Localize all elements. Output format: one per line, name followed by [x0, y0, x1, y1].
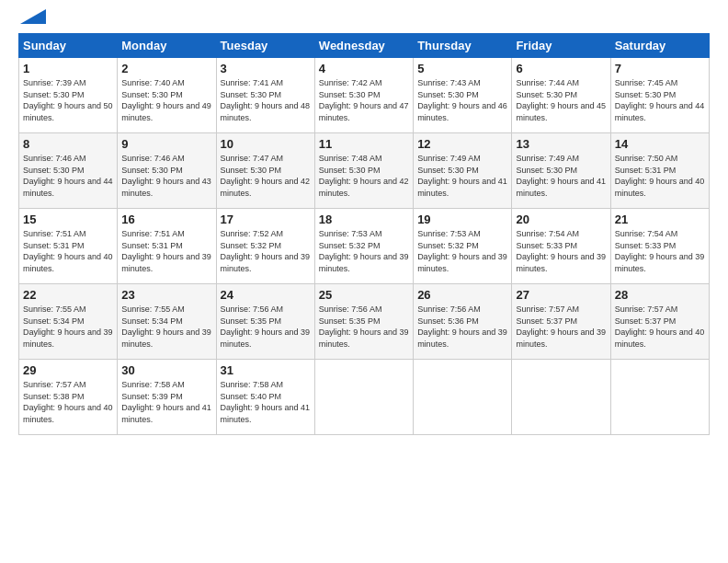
day-info: Sunrise: 7:40 AMSunset: 5:30 PMDaylight:… — [121, 77, 211, 123]
day-info: Sunrise: 7:42 AMSunset: 5:30 PMDaylight:… — [319, 77, 409, 123]
day-info: Sunrise: 7:46 AMSunset: 5:30 PMDaylight:… — [121, 153, 211, 199]
day-info: Sunrise: 7:44 AMSunset: 5:30 PMDaylight:… — [516, 77, 606, 123]
calendar-cell: 7Sunrise: 7:45 AMSunset: 5:30 PMDaylight… — [610, 58, 709, 133]
calendar-cell: 4Sunrise: 7:42 AMSunset: 5:30 PMDaylight… — [314, 58, 413, 133]
calendar-week-row: 29Sunrise: 7:57 AMSunset: 5:38 PMDayligh… — [19, 360, 710, 435]
day-number: 12 — [417, 137, 507, 151]
day-number: 16 — [121, 213, 211, 226]
header — [18, 17, 710, 24]
day-number: 10 — [221, 137, 311, 151]
day-info: Sunrise: 7:46 AMSunset: 5:30 PMDaylight:… — [23, 153, 113, 199]
logo — [18, 17, 46, 24]
day-info: Sunrise: 7:51 AMSunset: 5:31 PMDaylight:… — [121, 228, 211, 274]
calendar-cell — [414, 360, 512, 435]
day-number: 27 — [516, 288, 606, 302]
day-number: 18 — [319, 213, 409, 226]
day-info: Sunrise: 7:41 AMSunset: 5:30 PMDaylight:… — [221, 77, 311, 123]
calendar-cell: 17Sunrise: 7:52 AMSunset: 5:32 PMDayligh… — [216, 209, 314, 284]
calendar-week-row: 15Sunrise: 7:51 AMSunset: 5:31 PMDayligh… — [19, 209, 710, 284]
day-info: Sunrise: 7:50 AMSunset: 5:31 PMDaylight:… — [615, 153, 705, 199]
day-info: Sunrise: 7:53 AMSunset: 5:32 PMDaylight:… — [417, 228, 507, 274]
calendar-cell: 12Sunrise: 7:49 AMSunset: 5:30 PMDayligh… — [414, 133, 512, 209]
calendar-cell: 3Sunrise: 7:41 AMSunset: 5:30 PMDaylight… — [216, 58, 314, 133]
day-info: Sunrise: 7:45 AMSunset: 5:30 PMDaylight:… — [615, 77, 705, 123]
day-number: 14 — [615, 137, 705, 151]
calendar-body: 1Sunrise: 7:39 AMSunset: 5:30 PMDaylight… — [19, 58, 710, 435]
day-info: Sunrise: 7:54 AMSunset: 5:33 PMDaylight:… — [516, 228, 606, 274]
day-info: Sunrise: 7:56 AMSunset: 5:35 PMDaylight:… — [319, 304, 409, 350]
day-number: 7 — [615, 62, 705, 75]
day-info: Sunrise: 7:56 AMSunset: 5:36 PMDaylight:… — [417, 304, 507, 350]
calendar-cell: 15Sunrise: 7:51 AMSunset: 5:31 PMDayligh… — [19, 209, 118, 284]
calendar-cell: 18Sunrise: 7:53 AMSunset: 5:32 PMDayligh… — [314, 209, 413, 284]
day-info: Sunrise: 7:51 AMSunset: 5:31 PMDaylight:… — [23, 228, 113, 274]
calendar-cell: 11Sunrise: 7:48 AMSunset: 5:30 PMDayligh… — [314, 133, 413, 209]
day-number: 24 — [221, 288, 311, 302]
calendar-week-row: 8Sunrise: 7:46 AMSunset: 5:30 PMDaylight… — [19, 133, 710, 209]
day-number: 19 — [417, 213, 507, 226]
day-number: 8 — [23, 137, 113, 151]
day-number: 6 — [516, 62, 606, 75]
calendar-cell: 31Sunrise: 7:58 AMSunset: 5:40 PMDayligh… — [216, 360, 314, 435]
day-number: 3 — [221, 62, 311, 75]
day-of-week-header: Saturday — [610, 34, 709, 58]
day-info: Sunrise: 7:47 AMSunset: 5:30 PMDaylight:… — [221, 153, 311, 199]
day-number: 20 — [516, 213, 606, 226]
day-number: 4 — [319, 62, 409, 75]
day-number: 17 — [221, 213, 311, 226]
day-info: Sunrise: 7:57 AMSunset: 5:37 PMDaylight:… — [615, 304, 705, 350]
day-info: Sunrise: 7:39 AMSunset: 5:30 PMDaylight:… — [23, 77, 113, 123]
day-number: 11 — [319, 137, 409, 151]
day-info: Sunrise: 7:49 AMSunset: 5:30 PMDaylight:… — [516, 153, 606, 199]
day-number: 29 — [23, 363, 113, 377]
day-info: Sunrise: 7:48 AMSunset: 5:30 PMDaylight:… — [319, 153, 409, 199]
day-number: 9 — [121, 137, 211, 151]
calendar-cell: 29Sunrise: 7:57 AMSunset: 5:38 PMDayligh… — [19, 360, 118, 435]
day-info: Sunrise: 7:43 AMSunset: 5:30 PMDaylight:… — [417, 77, 507, 123]
day-number: 21 — [615, 213, 705, 226]
calendar-cell: 16Sunrise: 7:51 AMSunset: 5:31 PMDayligh… — [118, 209, 216, 284]
day-info: Sunrise: 7:53 AMSunset: 5:32 PMDaylight:… — [319, 228, 409, 274]
calendar-cell: 1Sunrise: 7:39 AMSunset: 5:30 PMDaylight… — [19, 58, 118, 133]
calendar-cell — [610, 360, 709, 435]
calendar-cell: 2Sunrise: 7:40 AMSunset: 5:30 PMDaylight… — [118, 58, 216, 133]
day-of-week-header: Sunday — [19, 34, 118, 58]
day-of-week-header: Tuesday — [216, 34, 314, 58]
day-number: 22 — [23, 288, 113, 302]
day-number: 25 — [319, 288, 409, 302]
day-number: 2 — [121, 62, 211, 75]
day-of-week-header: Friday — [512, 34, 610, 58]
day-info: Sunrise: 7:55 AMSunset: 5:34 PMDaylight:… — [121, 304, 211, 350]
day-info: Sunrise: 7:55 AMSunset: 5:34 PMDaylight:… — [23, 304, 113, 350]
day-of-week-header: Monday — [118, 34, 216, 58]
calendar-cell: 26Sunrise: 7:56 AMSunset: 5:36 PMDayligh… — [414, 284, 512, 360]
svg-marker-0 — [20, 9, 46, 24]
calendar-cell: 19Sunrise: 7:53 AMSunset: 5:32 PMDayligh… — [414, 209, 512, 284]
calendar-cell — [512, 360, 610, 435]
calendar-cell: 30Sunrise: 7:58 AMSunset: 5:39 PMDayligh… — [118, 360, 216, 435]
calendar-cell: 22Sunrise: 7:55 AMSunset: 5:34 PMDayligh… — [19, 284, 118, 360]
day-of-week-header: Wednesday — [314, 34, 413, 58]
calendar-cell: 21Sunrise: 7:54 AMSunset: 5:33 PMDayligh… — [610, 209, 709, 284]
day-info: Sunrise: 7:58 AMSunset: 5:39 PMDaylight:… — [121, 379, 211, 425]
calendar-cell: 28Sunrise: 7:57 AMSunset: 5:37 PMDayligh… — [610, 284, 709, 360]
day-info: Sunrise: 7:49 AMSunset: 5:30 PMDaylight:… — [417, 153, 507, 199]
calendar-header: SundayMondayTuesdayWednesdayThursdayFrid… — [19, 34, 710, 58]
day-number: 31 — [221, 363, 311, 377]
calendar-table: SundayMondayTuesdayWednesdayThursdayFrid… — [18, 33, 710, 435]
page: SundayMondayTuesdayWednesdayThursdayFrid… — [0, 0, 728, 444]
calendar-cell: 27Sunrise: 7:57 AMSunset: 5:37 PMDayligh… — [512, 284, 610, 360]
calendar-cell: 14Sunrise: 7:50 AMSunset: 5:31 PMDayligh… — [610, 133, 709, 209]
calendar-week-row: 22Sunrise: 7:55 AMSunset: 5:34 PMDayligh… — [19, 284, 710, 360]
day-number: 30 — [121, 363, 211, 377]
day-number: 1 — [23, 62, 113, 75]
calendar-cell: 5Sunrise: 7:43 AMSunset: 5:30 PMDaylight… — [414, 58, 512, 133]
calendar-cell: 9Sunrise: 7:46 AMSunset: 5:30 PMDaylight… — [118, 133, 216, 209]
day-number: 26 — [417, 288, 507, 302]
calendar-cell: 25Sunrise: 7:56 AMSunset: 5:35 PMDayligh… — [314, 284, 413, 360]
day-info: Sunrise: 7:57 AMSunset: 5:37 PMDaylight:… — [516, 304, 606, 350]
day-number: 23 — [121, 288, 211, 302]
day-info: Sunrise: 7:58 AMSunset: 5:40 PMDaylight:… — [221, 379, 311, 425]
day-of-week-header: Thursday — [414, 34, 512, 58]
calendar-cell — [314, 360, 413, 435]
